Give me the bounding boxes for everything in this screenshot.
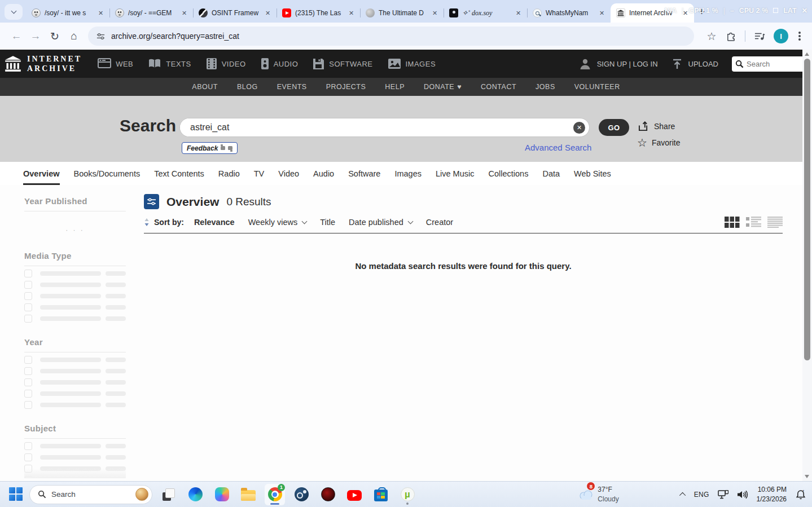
archive-logo[interactable]: INTERNET ARCHIVE (5, 54, 82, 74)
speaker-icon[interactable] (737, 490, 748, 499)
reload-button[interactable]: ↻ (45, 27, 64, 46)
sort-relevance[interactable]: Relevance (194, 218, 235, 227)
browser-tab[interactable]: /soy/ - itt we s ✕ (26, 3, 109, 23)
tab-close-icon[interactable]: ✕ (597, 8, 607, 18)
browser-tab[interactable]: /soy/ - ==GEM ✕ (109, 3, 193, 23)
archive-search-box[interactable] (732, 56, 805, 72)
taskbar-app-squares[interactable] (159, 484, 179, 505)
bookmark-star-icon[interactable]: ☆ (702, 27, 721, 46)
profile-avatar[interactable]: I (774, 29, 788, 43)
taskbar-search[interactable]: Search (29, 485, 152, 504)
tab-radio[interactable]: Radio (218, 162, 240, 185)
signup-login-link[interactable]: SIGN UP | LOG IN (597, 60, 658, 68)
tab-tv[interactable]: TV (254, 162, 265, 185)
taskbar-app-youtube[interactable] (344, 484, 365, 505)
back-button[interactable]: ← (7, 27, 26, 46)
browser-tab[interactable]: (2315) The Las ✕ (276, 3, 360, 23)
tab-close-icon[interactable]: ✕ (179, 8, 189, 18)
tray-chevron-icon[interactable] (679, 492, 686, 498)
go-button[interactable]: GO (599, 119, 629, 136)
tab-close-icon[interactable]: ✕ (96, 8, 106, 18)
taskbar-app-chrome[interactable]: 1 (265, 484, 285, 505)
tab-text-contents[interactable]: Text Contents (154, 162, 204, 185)
media-controls-icon[interactable] (750, 27, 769, 46)
clear-search-icon[interactable]: ✕ (573, 122, 585, 134)
close-window-button[interactable]: ✕ (802, 6, 807, 15)
subnav-blog[interactable]: BLOG (237, 83, 258, 91)
address-bar[interactable]: archive.org/search?query=astrei_cat (88, 27, 694, 46)
subnav-projects[interactable]: PROJECTS (326, 83, 366, 91)
nav-audio[interactable]: AUDIO (261, 58, 299, 70)
upload-link[interactable]: UPLOAD (688, 60, 718, 68)
tab-live-music[interactable]: Live Music (436, 162, 475, 185)
tab-search-button[interactable] (5, 4, 23, 20)
search-query-input[interactable] (180, 118, 552, 136)
tab-close-icon[interactable]: ✕ (513, 8, 523, 18)
sort-weekly-views[interactable]: Weekly views (248, 218, 307, 227)
tab-images[interactable]: Images (394, 162, 422, 185)
language-indicator[interactable]: ENG (694, 491, 709, 499)
tab-data[interactable]: Data (542, 162, 560, 185)
home-button[interactable]: ⌂ (64, 27, 84, 46)
feedback-button[interactable]: Feedback (182, 142, 238, 154)
start-button[interactable] (9, 487, 23, 501)
notification-bell-icon[interactable]: z (795, 489, 806, 500)
nav-video[interactable]: VIDEO (206, 58, 246, 70)
compact-view-button[interactable] (767, 217, 783, 228)
browser-menu-icon[interactable] (798, 35, 801, 37)
scroll-down-arrow[interactable] (805, 475, 809, 478)
advanced-search-link[interactable]: Advanced Search (525, 143, 591, 152)
share-button[interactable]: Share (638, 121, 675, 131)
sort-title[interactable]: Title (320, 218, 335, 227)
subnav-jobs[interactable]: JOBS (536, 83, 555, 91)
forward-button[interactable]: → (26, 27, 45, 46)
browser-tab[interactable]: WhatsMyNam ✕ (527, 3, 611, 23)
sort-direction-icon[interactable] (144, 218, 150, 227)
tab-close-icon[interactable]: ✕ (430, 8, 440, 18)
favorite-button[interactable]: ☆ Favorite (637, 137, 681, 148)
subnav-help[interactable]: HELP (385, 83, 405, 91)
subnav-contact[interactable]: CONTACT (481, 83, 516, 91)
subnav-donate[interactable]: DONATE♥ (424, 83, 462, 91)
browser-tab[interactable]: ✧˚ dox.soy ✕ (444, 3, 527, 23)
tab-overview[interactable]: Overview (23, 162, 60, 185)
tab-web-sites[interactable]: Web Sites (574, 162, 611, 185)
tab-audio[interactable]: Audio (313, 162, 334, 185)
taskbar-app-explorer[interactable] (238, 484, 258, 505)
scrollbar-thumb[interactable] (804, 59, 810, 360)
list-view-button[interactable] (746, 217, 761, 228)
browser-tab[interactable]: The Ultimate D ✕ (360, 3, 444, 23)
tab-books-documents[interactable]: Books/Documents (74, 162, 141, 185)
tab-software[interactable]: Software (348, 162, 380, 185)
browser-tab[interactable]: OSINT Framew ✕ (193, 3, 276, 23)
sort-date-published[interactable]: Date published (349, 218, 412, 227)
tab-close-icon[interactable]: ✕ (263, 8, 273, 18)
taskbar-app-store[interactable] (371, 484, 391, 505)
tab-collections[interactable]: Collections (488, 162, 528, 185)
nav-web[interactable]: WEB (98, 58, 133, 69)
scroll-up-arrow[interactable] (805, 52, 809, 56)
minimize-button[interactable]: – (730, 7, 734, 15)
restore-window-button[interactable] (773, 8, 778, 13)
taskbar-app-steam[interactable] (291, 484, 311, 505)
subnav-volunteer[interactable]: VOLUNTEER (574, 83, 620, 91)
subnav-events[interactable]: EVENTS (277, 83, 307, 91)
sort-creator[interactable]: Creator (426, 218, 453, 227)
weather-widget[interactable]: 8 37°F Cloudy (578, 485, 618, 503)
tab-video[interactable]: Video (278, 162, 299, 185)
taskbar-app-copilot[interactable] (212, 484, 232, 505)
taskbar-clock[interactable]: 10:06 PM 1/23/2026 (757, 485, 787, 504)
grid-view-button[interactable] (725, 217, 740, 228)
tab-close-icon[interactable]: ✕ (346, 8, 356, 18)
subnav-about[interactable]: ABOUT (192, 83, 218, 91)
toggle-filters-button[interactable] (144, 194, 159, 209)
page-scrollbar[interactable] (802, 50, 812, 481)
nav-software[interactable]: SOFTWARE (313, 58, 372, 70)
taskbar-app-edge[interactable] (185, 484, 205, 505)
nav-texts[interactable]: TEXTS (148, 58, 191, 69)
taskbar-app-utorrent[interactable]: µ (397, 484, 418, 505)
archive-search-input[interactable] (747, 60, 797, 68)
nav-images[interactable]: IMAGES (388, 58, 436, 69)
extensions-icon[interactable] (721, 27, 740, 46)
network-icon[interactable] (718, 490, 728, 499)
